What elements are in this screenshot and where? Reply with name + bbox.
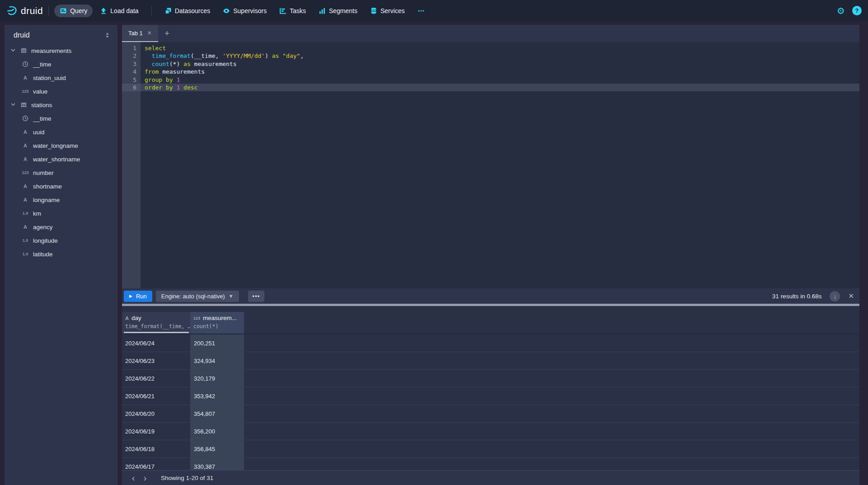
nav-item-tasks[interactable]: Tasks [274, 5, 311, 17]
float-type-icon: 1.0 [21, 250, 30, 258]
run-button[interactable]: ▶ Run [124, 291, 152, 302]
table-icon [19, 101, 28, 108]
tree-item-value[interactable]: 123value [5, 85, 117, 98]
tree-item-shortname[interactable]: Ashortname [5, 179, 117, 193]
line-number: 1 [122, 44, 141, 52]
tab-query-1[interactable]: Tab 1 ✕ [122, 25, 158, 42]
tree-item--time[interactable]: __time [5, 112, 117, 125]
results-rows: 2024/06/24200,2512024/06/23324,9342024/0… [122, 334, 859, 476]
line-content: order by 1 desc [141, 84, 859, 91]
add-tab-button[interactable]: + [164, 28, 169, 38]
tree-item-number[interactable]: 123number [5, 166, 117, 179]
tree-item--time[interactable]: __time [5, 57, 117, 71]
top-nav: druid QueryLoad dataDatasourcesSuperviso… [0, 0, 868, 21]
line-number: 3 [122, 60, 141, 68]
column-header-day[interactable]: A day time_format(__time, … [122, 312, 190, 334]
query-workarea: Tab 1 ✕ + 1select2 time_format(__time, '… [122, 25, 859, 485]
table-row[interactable]: 2024/06/21353,942 [122, 387, 859, 405]
sql-editor[interactable]: 1select2 time_format(__time, 'YYYY/MM/dd… [122, 42, 859, 288]
cell-day: 2024/06/20 [122, 405, 190, 422]
download-icon[interactable]: ↓ [830, 291, 840, 301]
nav-item-label: Tasks [290, 7, 306, 14]
close-tab-icon[interactable]: ✕ [147, 30, 152, 36]
string-type-icon: A [21, 196, 30, 203]
nav-item-label: Load data [110, 7, 138, 14]
tree-item-label: uuid [33, 129, 45, 136]
tree-item-label: number [33, 170, 54, 176]
druid-logo-icon [6, 5, 18, 17]
nav-item-services[interactable]: Services [365, 5, 410, 17]
nav-item-load-data[interactable]: Load data [94, 5, 144, 17]
prev-page-icon[interactable]: ‹ [127, 473, 139, 482]
help-icon[interactable]: ? [852, 6, 862, 15]
engine-select[interactable]: Engine: auto (sql-native) ▼ [156, 291, 239, 302]
cell-measurements: 353,942 [190, 387, 244, 405]
cell-measurements: 356,200 [190, 423, 244, 440]
tree-item-label: longitude [33, 237, 58, 244]
string-type-icon: A [21, 74, 30, 81]
tree-item-longname[interactable]: Alongname [5, 193, 117, 207]
cell-day: 2024/06/19 [122, 423, 190, 440]
schema-tree: measurements__timeAstation_uuid123values… [5, 44, 117, 261]
tree-item-km[interactable]: 1.0km [5, 207, 117, 220]
tree-item-label: water_shortname [33, 156, 80, 163]
tree-item-water-longname[interactable]: Awater_longname [5, 139, 117, 152]
schema-selector[interactable]: druid [5, 25, 117, 44]
code-line-5[interactable]: 5group by 1 [122, 76, 859, 84]
double-caret-vertical-icon[interactable] [104, 32, 110, 38]
tree-item-water-shortname[interactable]: Awater_shortname [5, 152, 117, 166]
nav-item-query[interactable]: Query [54, 5, 93, 17]
tree-item-latitude[interactable]: 1.0latitude [5, 247, 117, 261]
nav-item-datasources[interactable]: Datasources [159, 5, 216, 17]
tree-item-stations[interactable]: stations [5, 98, 117, 112]
table-row[interactable]: 2024/06/20354,807 [122, 405, 859, 423]
nav-divider [151, 6, 152, 16]
table-row[interactable]: 2024/06/22320,179 [122, 370, 859, 387]
pagination-status: Showing 1-20 of 31 [161, 475, 213, 481]
table-row[interactable]: 2024/06/24200,251 [122, 334, 859, 352]
brand-name: druid [21, 5, 43, 16]
string-type-icon: A [21, 183, 30, 190]
line-content: select [141, 44, 859, 52]
float-type-icon: 1.0 [21, 237, 30, 244]
tree-item-measurements[interactable]: measurements [5, 44, 117, 57]
table-row[interactable]: 2024/06/19356,200 [122, 423, 859, 440]
sort-indicator [124, 332, 189, 333]
tree-item-uuid[interactable]: Auuid [5, 125, 117, 139]
tree-item-label: stations [31, 102, 52, 108]
nav-item-more[interactable] [412, 5, 430, 17]
code-line-2[interactable]: 2 time_format(__time, 'YYYY/MM/dd') as "… [122, 52, 859, 60]
code-line-1[interactable]: 1select [122, 44, 859, 52]
code-line-6[interactable]: 6order by 1 desc [122, 84, 859, 91]
tree-item-agency[interactable]: Aagency [5, 220, 117, 234]
schema-name: druid [14, 31, 30, 39]
chevron-down-icon[interactable] [10, 47, 18, 54]
nav-item-label: Supervisors [233, 7, 267, 14]
code-line-3[interactable]: 3 count(*) as measurements [122, 60, 859, 68]
tree-item-longitude[interactable]: 1.0longitude [5, 234, 117, 247]
code-line-4[interactable]: 4from measurements [122, 68, 859, 75]
tree-item-label: __time [33, 115, 52, 122]
gear-icon[interactable]: ⚙ [837, 6, 845, 15]
result-status: 31 results in 0.68s [772, 293, 822, 300]
tree-item-label: km [33, 210, 41, 217]
column-expression: count(*) [193, 323, 244, 330]
cell-measurements: 356,845 [190, 440, 244, 457]
nav-item-supervisors[interactable]: Supervisors [217, 5, 272, 17]
next-page-icon[interactable]: › [139, 473, 151, 482]
tree-item-station-uuid[interactable]: Astation_uuid [5, 71, 117, 85]
cell-day: 2024/06/23 [122, 352, 190, 369]
close-results-icon[interactable]: ✕ [848, 292, 854, 300]
table-row[interactable]: 2024/06/18356,845 [122, 440, 859, 458]
query-more-button[interactable]: ••• [248, 291, 265, 302]
column-expression: time_format(__time, … [125, 323, 190, 330]
column-header-measurements[interactable]: 123 measurem... count(*) [190, 312, 244, 334]
nav-item-segments[interactable]: Segments [313, 5, 363, 17]
nav-item-label: Services [380, 7, 405, 14]
cell-measurements: 320,179 [190, 370, 244, 387]
line-content: time_format(__time, 'YYYY/MM/dd') as "da… [141, 52, 859, 60]
line-number: 2 [122, 52, 141, 60]
druid-brand[interactable]: druid [6, 5, 43, 17]
chevron-down-icon[interactable] [10, 101, 18, 108]
table-row[interactable]: 2024/06/23324,934 [122, 352, 859, 370]
